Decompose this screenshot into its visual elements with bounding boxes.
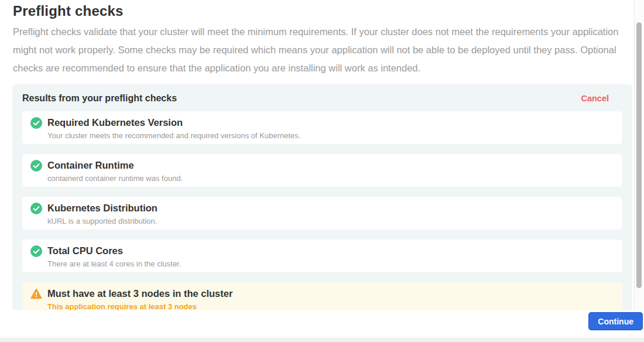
check-result-card: Kubernetes Distribution kURL is a suppor…	[22, 197, 622, 230]
check-message: kURL is a supported distribution.	[47, 217, 157, 225]
check-title: Required Kubernetes Version	[47, 117, 300, 128]
preflight-results-panel: Results from your preflight checks Cance…	[12, 84, 632, 310]
check-message: containerd container runtime was found.	[47, 174, 183, 183]
check-circle-icon	[30, 245, 42, 257]
check-text: Required Kubernetes Version Your cluster…	[47, 117, 300, 140]
warning-triangle-icon	[30, 288, 42, 300]
check-result-card: Must have at least 3 nodes in the cluste…	[22, 282, 622, 310]
check-text: Must have at least 3 nodes in the cluste…	[47, 288, 232, 310]
check-text: Container Runtime containerd container r…	[47, 159, 183, 183]
check-title: Container Runtime	[47, 159, 183, 171]
results-heading: Results from your preflight checks	[22, 93, 177, 104]
check-text: Kubernetes Distribution kURL is a suppor…	[47, 202, 157, 225]
checks-list: Required Kubernetes Version Your cluster…	[22, 111, 622, 310]
page-footer: Continue	[0, 310, 644, 338]
check-result-card: Container Runtime containerd container r…	[22, 154, 622, 187]
bottom-strip	[0, 338, 644, 342]
check-title: Must have at least 3 nodes in the cluste…	[47, 288, 232, 299]
check-circle-icon	[30, 203, 42, 214]
check-title: Total CPU Cores	[47, 245, 181, 256]
check-result-card: Required Kubernetes Version Your cluster…	[22, 111, 622, 144]
check-circle-icon	[30, 160, 42, 172]
scrollbar-track[interactable]	[634, 0, 644, 338]
page-title: Preflight checks	[13, 3, 124, 19]
cancel-link[interactable]: Cancel	[581, 94, 609, 103]
check-message: This application requires at least 3 nod…	[47, 302, 232, 310]
continue-button[interactable]: Continue	[588, 312, 643, 330]
check-title: Kubernetes Distribution	[47, 202, 157, 214]
check-message: Your cluster meets the recommended and r…	[47, 131, 300, 140]
scrollbar-thumb[interactable]	[636, 22, 642, 288]
check-message: There are at least 4 cores in the cluste…	[47, 259, 181, 268]
results-panel-header: Results from your preflight checks Cance…	[22, 84, 622, 111]
check-text: Total CPU Cores There are at least 4 cor…	[47, 245, 181, 268]
check-result-card: Total CPU Cores There are at least 4 cor…	[22, 240, 622, 272]
page-description: Preflight checks validate that your clus…	[13, 23, 623, 77]
check-circle-icon	[30, 117, 42, 129]
